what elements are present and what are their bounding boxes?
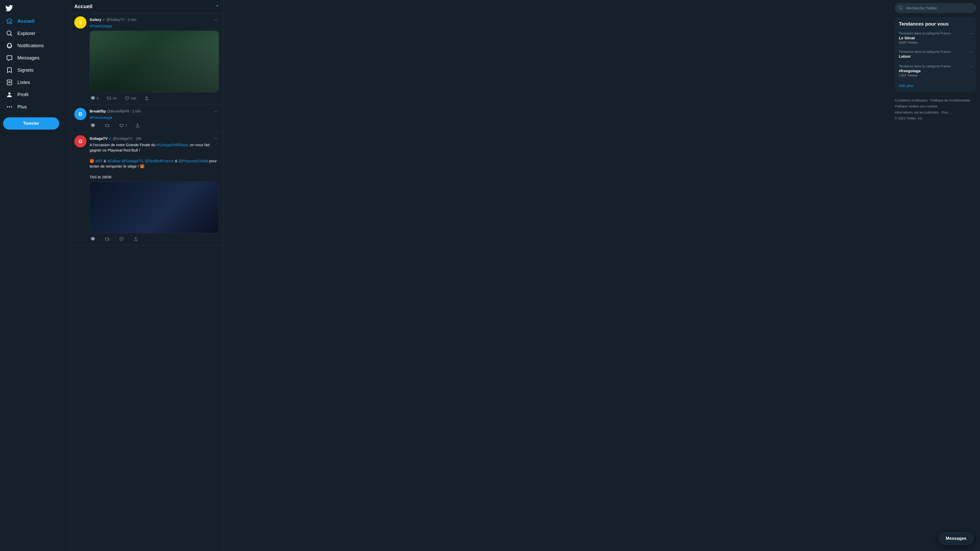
- tweet-name: Solary: [89, 17, 101, 22]
- footer-copyright: © 2021 Twitter, Inc.: [895, 116, 923, 120]
- sidebar-item-plus[interactable]: Plus: [3, 101, 47, 113]
- tweet-actions: 7: [89, 122, 219, 129]
- sidebar-item-label: Messages: [18, 55, 40, 61]
- like-button[interactable]: 7: [118, 122, 128, 129]
- trend-category: Tendance dans la catégorie France: [899, 50, 972, 54]
- footer-links: Conditions d'utilisation Politique de Co…: [895, 97, 976, 122]
- tweet-card-tweet2[interactable]: B Breakflip @BreakflipFR · 2 min ··· #Fr…: [70, 105, 223, 132]
- retweet-button[interactable]: [104, 236, 112, 242]
- tweets-container: S Solary ✔ @SolaryTV · 2 min ··· #FreeGo…: [70, 13, 223, 246]
- comment-button[interactable]: 5: [89, 95, 100, 102]
- tweet-meta: Breakflip @BreakflipFR · 2 min: [89, 109, 141, 113]
- tweet-time: 16h: [135, 137, 142, 141]
- trend-name: Le Sénat: [899, 36, 972, 40]
- trend-more-button[interactable]: ···: [969, 64, 973, 69]
- like-button[interactable]: [118, 236, 126, 242]
- tweet-actions: 5 24 245: [89, 95, 219, 102]
- tweet-handle: @BreakflipFR: [107, 109, 129, 113]
- svg-point-0: [7, 106, 8, 107]
- footer-link-plus[interactable]: Plus ...: [942, 110, 952, 114]
- share-button[interactable]: [143, 95, 150, 102]
- tweet-meta: Solary ✔ @SolaryTV · 2 min: [89, 17, 136, 22]
- trend-category: Tendance dans la catégorie France: [899, 32, 972, 35]
- tweet-name: Breakflip: [89, 109, 106, 113]
- footer-link-cookies[interactable]: Politique relative aux cookies: [895, 104, 938, 108]
- sidebar: Accueil Explorer Notifications Messages …: [0, 0, 70, 551]
- sidebar-item-explorer[interactable]: Explorer: [3, 27, 47, 39]
- svg-point-2: [11, 106, 12, 107]
- trend-more-button[interactable]: ···: [969, 50, 973, 54]
- nav-container: Accueil Explorer Notifications Messages …: [3, 15, 47, 113]
- avatar: G: [74, 135, 86, 148]
- tweet-more-button[interactable]: ···: [212, 16, 219, 23]
- svg-point-1: [9, 106, 10, 107]
- retweet-button[interactable]: 24: [106, 95, 118, 102]
- share-button[interactable]: [134, 122, 141, 129]
- tweet-body: Solary ✔ @SolaryTV · 2 min ··· #FreeGota…: [89, 16, 219, 102]
- notifications-icon: [6, 42, 13, 49]
- trend-item-1[interactable]: ··· Tendance dans la catégorie France La…: [895, 47, 976, 62]
- footer-link-politique[interactable]: Politique de Confidentialité: [931, 98, 970, 102]
- like-button[interactable]: 245: [124, 95, 138, 102]
- trend-name: #freegotaga: [899, 68, 972, 73]
- tweet-image-placeholder: [90, 31, 219, 92]
- tweet-header: Solary ✔ @SolaryTV · 2 min ···: [89, 16, 219, 23]
- show-more-trends[interactable]: Voir plus: [895, 80, 976, 91]
- footer-link-conditions[interactable]: Conditions d'utilisation: [895, 98, 928, 102]
- sidebar-item-accueil[interactable]: Accueil: [3, 15, 47, 27]
- sidebar-item-listes[interactable]: Listes: [3, 76, 47, 88]
- tweet-actions: [89, 236, 219, 242]
- retweet-button[interactable]: [104, 122, 112, 129]
- search-icon: [898, 5, 903, 11]
- messages-float-button[interactable]: Messages: [939, 532, 974, 545]
- sidebar-item-label: Accueil: [18, 18, 35, 24]
- sparkle-icon[interactable]: ✦: [216, 3, 219, 8]
- tweet-card-tweet1[interactable]: S Solary ✔ @SolaryTV · 2 min ··· #FreeGo…: [70, 13, 223, 105]
- comment-button[interactable]: [89, 236, 98, 242]
- tweet-more-button[interactable]: ···: [212, 135, 219, 141]
- share-button[interactable]: [132, 236, 139, 242]
- accueil-icon: [6, 18, 13, 24]
- tweet-dot: ·: [134, 137, 135, 140]
- tweet-card-tweet3[interactable]: G GotagaTV ✔ @GotagaTV · 16h ··· A l'occ…: [70, 132, 223, 246]
- trend-name: Latour: [899, 54, 972, 59]
- feed-header: ✦ Accueil: [70, 0, 223, 13]
- search-box: [895, 3, 976, 13]
- trend-item-0[interactable]: ··· Tendance dans la catégorie France Le…: [895, 29, 976, 47]
- trends-container: Tendances pour vous ··· Tendance dans la…: [895, 18, 976, 80]
- tweet-body: Breakflip @BreakflipFR · 2 min ··· #Free…: [89, 108, 219, 129]
- tweet-text: #FreeGotaga: [89, 23, 219, 29]
- comment-count: 5: [97, 97, 99, 100]
- tweet-meta: GotagaTV ✔ @GotagaTV · 16h: [89, 136, 142, 141]
- page-title: Accueil: [74, 3, 219, 10]
- tweet-button[interactable]: Tweeter: [3, 118, 59, 130]
- tweet-text: A l'occasion de notre Grande Finale du #…: [89, 142, 219, 179]
- trend-more-button[interactable]: ···: [969, 32, 973, 36]
- sidebar-item-profil[interactable]: Profil: [3, 89, 47, 100]
- right-sidebar: Tendances pour vous ··· Tendance dans la…: [891, 0, 980, 551]
- twitter-logo[interactable]: [3, 2, 15, 14]
- sidebar-item-messages[interactable]: Messages: [3, 52, 47, 64]
- trend-tweet-count: 1303 Tweets: [899, 73, 972, 77]
- tweet-body: GotagaTV ✔ @GotagaTV · 16h ··· A l'occas…: [89, 135, 219, 242]
- trends-title: Tendances pour vous: [895, 18, 976, 29]
- sidebar-item-notifications[interactable]: Notifications: [3, 40, 47, 52]
- sidebar-item-signets[interactable]: Signets: [3, 64, 47, 76]
- search-input[interactable]: [895, 3, 976, 13]
- retweet-count: 24: [113, 97, 116, 100]
- listes-icon: [6, 79, 13, 86]
- comment-button[interactable]: [89, 122, 98, 129]
- sidebar-item-label: Profil: [18, 92, 28, 97]
- like-count: 245: [131, 97, 137, 100]
- tweet-image: [89, 30, 219, 92]
- tweet-text: #FreeGotaga: [89, 115, 219, 120]
- avatar: B: [74, 108, 86, 120]
- signets-icon: [6, 67, 13, 73]
- sidebar-item-label: Explorer: [18, 30, 35, 36]
- tweet-image: [89, 182, 219, 233]
- tweet-more-button[interactable]: ···: [212, 108, 219, 114]
- sidebar-item-label: Listes: [18, 79, 30, 85]
- sidebar-item-label: Plus: [18, 104, 27, 110]
- trend-item-2[interactable]: ··· Tendance dans la catégorie France #f…: [895, 62, 976, 80]
- footer-link-pub[interactable]: Informations sur les publicités: [895, 110, 939, 114]
